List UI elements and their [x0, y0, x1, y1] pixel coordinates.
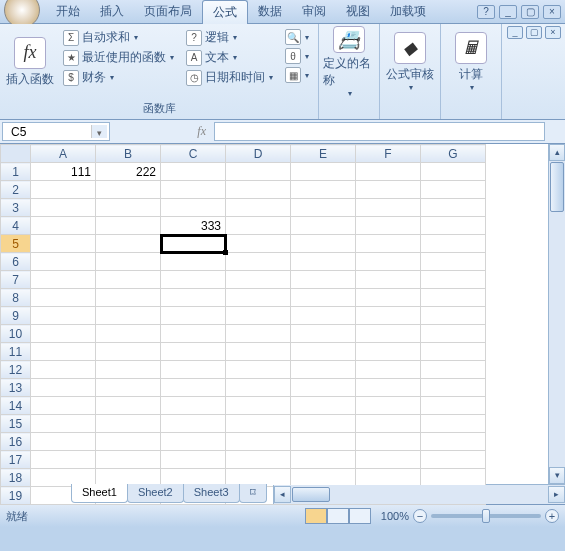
cell-F10[interactable] [356, 325, 421, 343]
cell-F4[interactable] [356, 217, 421, 235]
cell-B10[interactable] [96, 325, 161, 343]
row-header-16[interactable]: 16 [1, 433, 31, 451]
cell-A6[interactable] [31, 253, 96, 271]
cell-B9[interactable] [96, 307, 161, 325]
cell-D16[interactable] [226, 433, 291, 451]
formula-input[interactable] [214, 122, 545, 141]
tab-data[interactable]: 数据 [248, 0, 292, 23]
row-header-4[interactable]: 4 [1, 217, 31, 235]
view-pagelayout-button[interactable] [327, 508, 349, 524]
cell-F12[interactable] [356, 361, 421, 379]
cell-C16[interactable] [161, 433, 226, 451]
vertical-scrollbar[interactable]: ▴ ▾ [548, 144, 565, 484]
cell-G9[interactable] [421, 307, 486, 325]
cell-F7[interactable] [356, 271, 421, 289]
scroll-right-button[interactable]: ▸ [548, 486, 565, 503]
recent-functions-button[interactable]: ★最近使用的函数▾ [60, 48, 177, 67]
cell-E9[interactable] [291, 307, 356, 325]
tab-view[interactable]: 视图 [336, 0, 380, 23]
cell-E13[interactable] [291, 379, 356, 397]
help-icon[interactable]: ? [477, 5, 495, 19]
row-header-11[interactable]: 11 [1, 343, 31, 361]
cell-E1[interactable] [291, 163, 356, 181]
cell-G6[interactable] [421, 253, 486, 271]
cell-F1[interactable] [356, 163, 421, 181]
cell-B15[interactable] [96, 415, 161, 433]
col-header-D[interactable]: D [226, 145, 291, 163]
cell-C14[interactable] [161, 397, 226, 415]
datetime-button[interactable]: ◷日期和时间▾ [183, 68, 276, 87]
logical-button[interactable]: ?逻辑▾ [183, 28, 276, 47]
col-header-B[interactable]: B [96, 145, 161, 163]
chevron-down-icon[interactable]: ▾ [91, 125, 107, 138]
financial-button[interactable]: $财务▾ [60, 68, 177, 87]
cell-B12[interactable] [96, 361, 161, 379]
scroll-up-button[interactable]: ▴ [549, 144, 565, 161]
cell-D6[interactable] [226, 253, 291, 271]
cell-F11[interactable] [356, 343, 421, 361]
cell-C2[interactable] [161, 181, 226, 199]
cell-E14[interactable] [291, 397, 356, 415]
view-normal-button[interactable] [305, 508, 327, 524]
cell-C7[interactable] [161, 271, 226, 289]
window-restore[interactable]: ▢ [521, 5, 539, 19]
cell-A5[interactable] [31, 235, 96, 253]
cell-C12[interactable] [161, 361, 226, 379]
doc-minimize[interactable]: _ [507, 26, 523, 39]
cell-F6[interactable] [356, 253, 421, 271]
scroll-thumb[interactable] [292, 487, 330, 502]
cell-E8[interactable] [291, 289, 356, 307]
cell-B4[interactable] [96, 217, 161, 235]
sheet-tab-1[interactable]: Sheet1 [71, 484, 128, 503]
cell-E6[interactable] [291, 253, 356, 271]
cell-E2[interactable] [291, 181, 356, 199]
cell-A9[interactable] [31, 307, 96, 325]
cell-C13[interactable] [161, 379, 226, 397]
cell-D14[interactable] [226, 397, 291, 415]
cell-F3[interactable] [356, 199, 421, 217]
window-close[interactable]: × [543, 5, 561, 19]
math-button[interactable]: θ▾ [282, 47, 312, 65]
cell-C9[interactable] [161, 307, 226, 325]
cell-D1[interactable] [226, 163, 291, 181]
cell-A17[interactable] [31, 451, 96, 469]
zoom-value[interactable]: 100% [381, 510, 409, 522]
cell-F18[interactable] [356, 469, 421, 487]
cell-E3[interactable] [291, 199, 356, 217]
cell-D12[interactable] [226, 361, 291, 379]
cell-D11[interactable] [226, 343, 291, 361]
zoom-in-button[interactable]: + [545, 509, 559, 523]
cell-A4[interactable] [31, 217, 96, 235]
row-header-7[interactable]: 7 [1, 271, 31, 289]
zoom-slider-handle[interactable] [482, 509, 490, 523]
cell-D4[interactable] [226, 217, 291, 235]
cell-G10[interactable] [421, 325, 486, 343]
cell-F13[interactable] [356, 379, 421, 397]
cell-D15[interactable] [226, 415, 291, 433]
cell-E7[interactable] [291, 271, 356, 289]
col-header-E[interactable]: E [291, 145, 356, 163]
new-sheet-button[interactable]: ⌑ [239, 484, 267, 503]
row-header-2[interactable]: 2 [1, 181, 31, 199]
horizontal-scrollbar[interactable]: ◂ ▸ [273, 485, 565, 504]
cell-D10[interactable] [226, 325, 291, 343]
cell-A13[interactable] [31, 379, 96, 397]
tab-home[interactable]: 开始 [46, 0, 90, 23]
cell-C15[interactable] [161, 415, 226, 433]
cell-C3[interactable] [161, 199, 226, 217]
cell-C10[interactable] [161, 325, 226, 343]
cell-D13[interactable] [226, 379, 291, 397]
tab-addins[interactable]: 加载项 [380, 0, 436, 23]
cell-G5[interactable] [421, 235, 486, 253]
cell-B8[interactable] [96, 289, 161, 307]
col-header-A[interactable]: A [31, 145, 96, 163]
cell-F8[interactable] [356, 289, 421, 307]
cell-G14[interactable] [421, 397, 486, 415]
row-header-17[interactable]: 17 [1, 451, 31, 469]
cell-G13[interactable] [421, 379, 486, 397]
tab-formulas[interactable]: 公式 [202, 0, 248, 24]
sheet-tab-2[interactable]: Sheet2 [127, 484, 184, 503]
cell-A15[interactable] [31, 415, 96, 433]
cell-C8[interactable] [161, 289, 226, 307]
cell-C1[interactable] [161, 163, 226, 181]
